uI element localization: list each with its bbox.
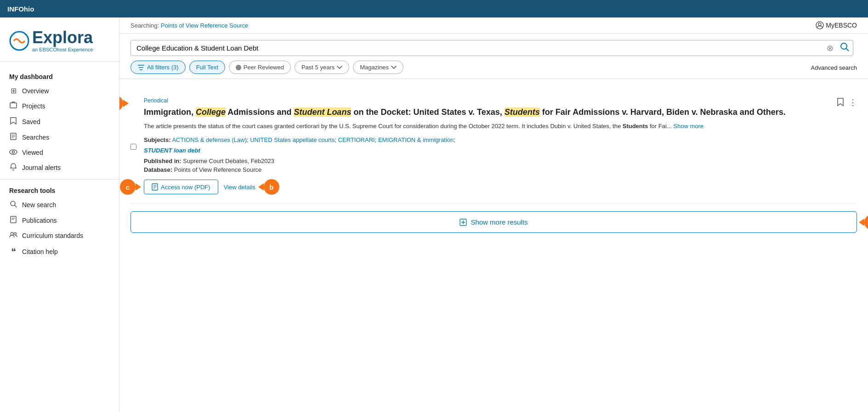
bookmark-icon[interactable]: [837, 97, 844, 109]
filters-row: All filters (3) Full Text Peer Reviewed …: [130, 61, 857, 74]
search-submit-icon: [840, 42, 849, 51]
show-more-link[interactable]: Show more: [673, 123, 703, 130]
full-text-filter-button[interactable]: Full Text: [189, 61, 225, 74]
sidebar-item-label: Saved: [22, 118, 40, 125]
search-clear-button[interactable]: ⊗: [824, 43, 836, 53]
result-actions: c Access now (PDF) View details: [144, 180, 829, 194]
subject-link-3[interactable]: CERTIORARI: [338, 136, 375, 143]
sidebar-item-searches[interactable]: Searches: [0, 130, 119, 145]
sidebar-item-label: Publications: [22, 217, 57, 224]
all-filters-label: All filters (3): [147, 64, 179, 71]
magazines-filter-button[interactable]: Magazines: [353, 61, 403, 74]
search-bar-row: ⊗: [130, 40, 857, 56]
searching-source-link[interactable]: Points of View Reference Source: [161, 22, 249, 29]
svg-point-7: [12, 151, 15, 153]
curriculum-icon: [9, 231, 17, 240]
sidebar-item-label: Projects: [22, 102, 45, 110]
sidebar-item-viewed[interactable]: Viewed: [0, 145, 119, 160]
searching-label: Searching: Points of View Reference Sour…: [130, 22, 248, 29]
show-more-label: Show more results: [471, 218, 528, 226]
annotation-b-wrap: b: [264, 179, 279, 195]
research-tools-section: Research tools: [0, 183, 119, 197]
svg-point-13: [11, 232, 13, 235]
all-filters-button[interactable]: All filters (3): [130, 61, 186, 74]
access-btn-label: Access now (PDF): [161, 184, 210, 191]
advanced-search-link[interactable]: Advanced search: [811, 64, 857, 71]
sidebar-item-citation-help[interactable]: ❝ Citation help: [0, 243, 119, 260]
sidebar-divider: [0, 179, 119, 180]
annotation-c-arrow: [136, 183, 141, 191]
result-card-actions: ⋮: [837, 97, 857, 194]
filter-icon: [137, 64, 145, 71]
viewed-icon: [9, 148, 17, 157]
sidebar-item-new-search[interactable]: New search: [0, 197, 119, 213]
search-submit-button[interactable]: [836, 42, 853, 54]
result-published: Published in: Supreme Court Debates, Feb…: [144, 158, 829, 164]
full-text-label: Full Text: [196, 64, 218, 71]
logo-area: Explora an EBSCOhost Experience: [0, 25, 119, 62]
sidebar-item-label: Curriculum standards: [22, 232, 83, 239]
annotation-a-wrap: a: [119, 96, 123, 111]
show-more-icon: [460, 219, 467, 226]
app-title: INFOhio: [7, 5, 34, 13]
sidebar: Explora an EBSCOhost Experience My dashb…: [0, 17, 119, 412]
projects-icon: [9, 102, 17, 111]
svg-line-18: [846, 49, 849, 51]
subject-link-4[interactable]: EMIGRATION & immigration: [378, 136, 454, 143]
overview-icon: ⊞: [9, 86, 17, 95]
sidebar-item-saved[interactable]: Saved: [0, 114, 119, 130]
peer-reviewed-filter-button[interactable]: Peer Reviewed: [229, 61, 291, 74]
annotation-c-wrap: c: [120, 179, 136, 195]
sidebar-item-label: Journal alerts: [22, 164, 61, 171]
sidebar-item-overview[interactable]: ⊞ Overview: [0, 83, 119, 98]
citation-icon: ❝: [9, 246, 17, 257]
my-dashboard-section: My dashboard: [0, 69, 119, 83]
saved-icon: [9, 117, 17, 126]
result-abstract: The article presents the status of the c…: [144, 122, 829, 131]
past-years-filter-button[interactable]: Past 5 years: [295, 61, 349, 74]
subject-link-1[interactable]: ACTIONS & defenses (Law): [172, 136, 247, 143]
sidebar-item-curriculum[interactable]: Curriculum standards: [0, 228, 119, 243]
sidebar-item-label: New search: [22, 201, 56, 209]
myebsco-label: MyEBSCO: [826, 22, 857, 29]
view-details-link[interactable]: View details: [224, 184, 255, 191]
magazines-label: Magazines: [360, 64, 389, 71]
past-years-label: Past 5 years: [301, 64, 335, 71]
sidebar-item-label: Viewed: [22, 149, 43, 156]
sidebar-item-journal-alerts[interactable]: Journal alerts: [0, 160, 119, 175]
show-more-results-button[interactable]: Show more results: [130, 211, 857, 233]
user-icon: [816, 21, 824, 29]
annotation-d-arrow: [859, 219, 864, 226]
result-type: Periodical: [144, 97, 829, 104]
show-more-wrap: Show more results d: [130, 211, 857, 233]
result-subjects: Subjects: ACTIONS & defenses (Law); UNIT…: [144, 135, 829, 156]
searches-icon: [9, 133, 17, 142]
svg-point-6: [10, 150, 17, 154]
subject-link-5[interactable]: STUDENT loan debt: [144, 147, 200, 154]
pdf-icon: [152, 183, 158, 191]
result-title: Immigration, College Admissions and Stud…: [144, 107, 829, 118]
annotation-d-wrap: d: [864, 214, 868, 230]
sidebar-item-projects[interactable]: Projects: [0, 98, 119, 114]
sidebar-item-publications[interactable]: Publications: [0, 213, 119, 228]
bell-icon: [9, 163, 17, 172]
header-row: Searching: Points of View Reference Sour…: [119, 17, 868, 34]
result-body: Periodical Immigration, College Admissio…: [144, 97, 829, 194]
search-header: ⊗ All filters (3) Full Text: [119, 34, 868, 79]
svg-rect-1: [10, 103, 17, 108]
search-input[interactable]: [131, 40, 824, 56]
chevron-down-icon: [391, 66, 397, 69]
myebsco-button[interactable]: MyEBSCO: [816, 21, 857, 29]
annotation-b-arrow: [258, 183, 264, 191]
subject-link-2[interactable]: UNITED States appellate courts: [250, 136, 335, 143]
peer-reviewed-dot: [236, 65, 241, 70]
svg-point-16: [818, 23, 821, 26]
logo-subtitle: an EBSCOhost Experience: [32, 47, 93, 52]
sidebar-item-label: Citation help: [22, 248, 58, 255]
content-area: Searching: Points of View Reference Sour…: [119, 17, 868, 412]
top-bar: INFOhio: [0, 0, 868, 17]
searching-info: Searching: Points of View Reference Sour…: [130, 22, 248, 29]
more-options-icon[interactable]: ⋮: [849, 97, 857, 107]
search-icon: [9, 200, 17, 209]
access-pdf-button[interactable]: Access now (PDF): [144, 180, 218, 194]
